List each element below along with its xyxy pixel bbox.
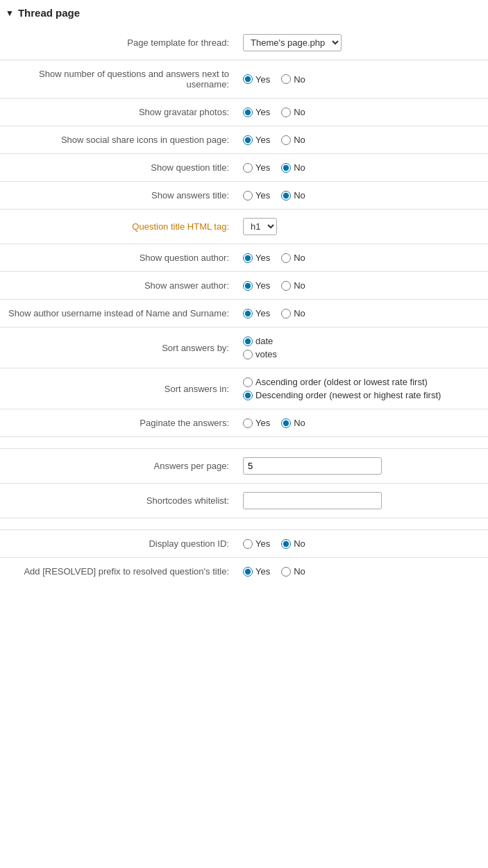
show_question_title-radio-yes[interactable] (243, 163, 253, 173)
sort_answers_in-option-ascending-order-(old[interactable]: Ascending order (oldest or lowest rate f… (243, 377, 481, 387)
show_gravatar-radio-no[interactable] (281, 108, 291, 117)
display_question_id-radio-no[interactable] (281, 539, 291, 549)
paginate_answers-radio-yes[interactable] (243, 418, 253, 428)
sort_answers_by-option-votes[interactable]: votes (243, 349, 481, 359)
field-control-shortcodes_whitelist[interactable] (236, 484, 488, 518)
show_username_instead-radio-yes[interactable] (243, 309, 253, 318)
field-control-add_resolved_prefix[interactable]: YesNo (236, 558, 488, 586)
table-row: Show answers title:YesNo (0, 182, 488, 210)
show_qa_count-radio-no[interactable] (281, 74, 291, 84)
show_username_instead-option-yes[interactable]: Yes (243, 308, 270, 318)
field-label-add_resolved_prefix: Add [RESOLVED] prefix to resolved questi… (0, 558, 236, 586)
table-row: Question title HTML tag:h1h2h3h4h5h6 (0, 210, 488, 244)
add_resolved_prefix-radio-no[interactable] (281, 567, 291, 577)
field-control-show_answers_title[interactable]: YesNo (236, 182, 488, 210)
field-label-sort_answers_by: Sort answers by: (0, 327, 236, 368)
field-control-show_answer_author[interactable]: YesNo (236, 272, 488, 300)
paginate_answers-radio-no[interactable] (281, 418, 291, 428)
field-control-sort_answers_by[interactable]: datevotes (236, 327, 488, 368)
sort_answers_in-label-descending-order-(ne: Descending order (newest or highest rate… (255, 390, 441, 400)
field-control-answers_per_page[interactable] (236, 449, 488, 484)
show_answers_title-option-no[interactable]: No (281, 190, 305, 201)
field-label-answers_per_page: Answers per page: (0, 449, 236, 484)
show_answer_author-option-yes[interactable]: Yes (243, 280, 270, 291)
show_social_share-radio-no[interactable] (281, 135, 291, 145)
sort_answers_by-radio-date[interactable] (243, 337, 253, 346)
field-control-show_question_title[interactable]: YesNo (236, 154, 488, 182)
table-row: Answers per page: (0, 449, 488, 484)
sort_answers_by-radio-votes[interactable] (243, 350, 253, 359)
sort_answers_in-radio-descending-order-(ne[interactable] (243, 391, 253, 400)
show_answers_title-radio-yes[interactable] (243, 191, 253, 201)
show_social_share-option-no[interactable]: No (281, 135, 305, 145)
field-label-question_title_html_tag: Question title HTML tag: (0, 210, 236, 244)
spacer-row (0, 518, 488, 530)
shortcodes_whitelist-input[interactable] (243, 492, 382, 509)
show_question_title-radio-no[interactable] (281, 163, 291, 173)
table-row: Show social share icons in question page… (0, 126, 488, 154)
add_resolved_prefix-option-no[interactable]: No (281, 566, 305, 577)
show_qa_count-label-yes: Yes (255, 74, 270, 85)
show_question_title-option-yes[interactable]: Yes (243, 162, 270, 173)
show_answers_title-radio-no[interactable] (281, 191, 291, 201)
table-row: Show number of questions and answers nex… (0, 60, 488, 99)
display_question_id-option-no[interactable]: No (281, 538, 305, 549)
field-control-display_question_id[interactable]: YesNo (236, 530, 488, 558)
table-row: Show question title:YesNo (0, 154, 488, 182)
field-control-show_gravatar[interactable]: YesNo (236, 99, 488, 126)
field-label-shortcodes_whitelist: Shortcodes whitelist: (0, 484, 236, 518)
sort_answers_in-radio-ascending-order-(old[interactable] (243, 377, 253, 387)
page_template-select[interactable]: Theme's page.php (243, 34, 342, 51)
field-control-sort_answers_in[interactable]: Ascending order (oldest or lowest rate f… (236, 368, 488, 409)
field-control-show_question_author[interactable]: YesNo (236, 244, 488, 272)
show_answer_author-option-no[interactable]: No (281, 280, 305, 291)
section-header[interactable]: ▼ Thread page (0, 0, 488, 26)
field-control-paginate_answers[interactable]: YesNo (236, 409, 488, 437)
field-control-show_username_instead[interactable]: YesNo (236, 300, 488, 327)
paginate_answers-label-yes: Yes (255, 418, 270, 428)
show_gravatar-option-no[interactable]: No (281, 107, 305, 117)
add_resolved_prefix-radio-yes[interactable] (243, 567, 253, 577)
show_question_author-radio-no[interactable] (281, 253, 291, 263)
show_gravatar-radio-yes[interactable] (243, 108, 253, 117)
show_question_author-option-yes[interactable]: Yes (243, 253, 270, 263)
field-control-show_qa_count[interactable]: YesNo (236, 60, 488, 99)
show_answer_author-radio-no[interactable] (281, 281, 291, 291)
table-row: Page template for thread:Theme's page.ph… (0, 26, 488, 60)
show_qa_count-option-yes[interactable]: Yes (243, 74, 270, 85)
show_question_author-radio-yes[interactable] (243, 253, 253, 263)
sort_answers_in-option-descending-order-(ne[interactable]: Descending order (newest or highest rate… (243, 390, 481, 400)
table-row: Show gravatar photos:YesNo (0, 99, 488, 126)
field-control-question_title_html_tag[interactable]: h1h2h3h4h5h6 (236, 210, 488, 244)
field-control-show_social_share[interactable]: YesNo (236, 126, 488, 154)
paginate_answers-option-no[interactable]: No (281, 418, 305, 428)
show_answers_title-option-yes[interactable]: Yes (243, 190, 270, 201)
show_social_share-option-yes[interactable]: Yes (243, 135, 270, 145)
show_answer_author-radio-yes[interactable] (243, 281, 253, 291)
field-label-show_gravatar: Show gravatar photos: (0, 99, 236, 126)
show_qa_count-radio-yes[interactable] (243, 74, 253, 84)
show_gravatar-option-yes[interactable]: Yes (243, 107, 270, 117)
show_question_author-label-no: No (294, 253, 305, 263)
display_question_id-radio-yes[interactable] (243, 539, 253, 549)
show_qa_count-option-no[interactable]: No (281, 74, 305, 85)
show_username_instead-radio-no[interactable] (281, 309, 291, 318)
question_title_html_tag-select[interactable]: h1h2h3h4h5h6 (243, 218, 277, 235)
show_username_instead-option-no[interactable]: No (281, 308, 305, 318)
answers_per_page-input[interactable] (243, 457, 382, 475)
add_resolved_prefix-option-yes[interactable]: Yes (243, 566, 270, 577)
field-label-display_question_id: Display question ID: (0, 530, 236, 558)
field-label-show_answers_title: Show answers title: (0, 182, 236, 210)
field-label-page_template: Page template for thread: (0, 26, 236, 60)
table-row: Show answer author:YesNo (0, 272, 488, 300)
add_resolved_prefix-label-yes: Yes (255, 566, 270, 577)
field-control-page_template[interactable]: Theme's page.php (236, 26, 488, 60)
sort_answers_by-option-date[interactable]: date (243, 336, 481, 346)
paginate_answers-option-yes[interactable]: Yes (243, 418, 270, 428)
display_question_id-option-yes[interactable]: Yes (243, 538, 270, 549)
section-title: Thread page (18, 7, 80, 19)
show_social_share-radio-yes[interactable] (243, 135, 253, 145)
show_question_author-option-no[interactable]: No (281, 253, 305, 263)
show_question_title-option-no[interactable]: No (281, 162, 305, 173)
field-label-show_username_instead: Show author username instead of Name and… (0, 300, 236, 327)
